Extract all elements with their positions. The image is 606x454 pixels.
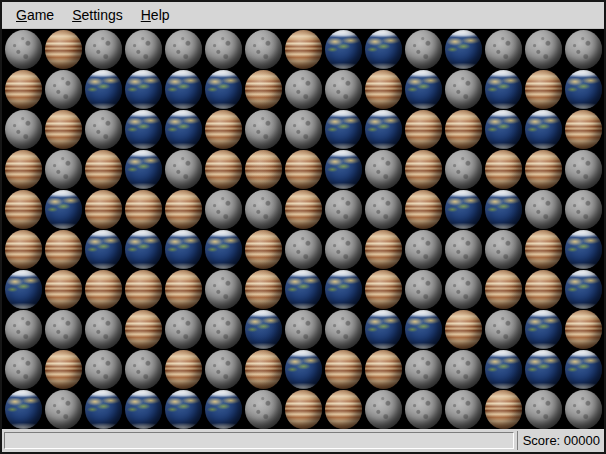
ball-jupiter[interactable] — [285, 190, 322, 229]
ball-moon[interactable] — [365, 150, 402, 189]
ball-jupiter[interactable] — [525, 150, 562, 189]
ball-moon[interactable] — [85, 310, 122, 349]
ball-earth[interactable] — [525, 350, 562, 389]
ball-moon[interactable] — [45, 310, 82, 349]
ball-jupiter[interactable] — [525, 70, 562, 109]
menu-item-settings[interactable]: Settings — [63, 4, 132, 26]
ball-earth[interactable] — [125, 230, 162, 269]
ball-jupiter[interactable] — [45, 110, 82, 149]
ball-jupiter[interactable] — [365, 270, 402, 309]
ball-jupiter[interactable] — [85, 150, 122, 189]
ball-jupiter[interactable] — [405, 190, 442, 229]
ball-moon[interactable] — [525, 390, 562, 429]
ball-jupiter[interactable] — [405, 150, 442, 189]
ball-moon[interactable] — [245, 390, 282, 429]
ball-earth[interactable] — [125, 150, 162, 189]
ball-earth[interactable] — [405, 70, 442, 109]
ball-moon[interactable] — [405, 30, 442, 69]
ball-moon[interactable] — [405, 230, 442, 269]
ball-jupiter[interactable] — [485, 150, 522, 189]
ball-jupiter[interactable] — [445, 310, 482, 349]
ball-earth[interactable] — [365, 30, 402, 69]
ball-moon[interactable] — [205, 270, 242, 309]
ball-moon[interactable] — [325, 230, 362, 269]
ball-jupiter[interactable] — [285, 30, 322, 69]
ball-jupiter[interactable] — [245, 270, 282, 309]
ball-moon[interactable] — [365, 190, 402, 229]
ball-earth[interactable] — [85, 390, 122, 429]
ball-jupiter[interactable] — [365, 70, 402, 109]
ball-earth[interactable] — [125, 390, 162, 429]
ball-jupiter[interactable] — [125, 270, 162, 309]
ball-moon[interactable] — [45, 70, 82, 109]
ball-jupiter[interactable] — [245, 150, 282, 189]
ball-jupiter[interactable] — [205, 110, 242, 149]
ball-moon[interactable] — [245, 190, 282, 229]
ball-jupiter[interactable] — [5, 70, 42, 109]
ball-jupiter[interactable] — [165, 270, 202, 309]
ball-moon[interactable] — [5, 310, 42, 349]
ball-moon[interactable] — [45, 390, 82, 429]
ball-moon[interactable] — [445, 70, 482, 109]
ball-earth[interactable] — [165, 230, 202, 269]
ball-jupiter[interactable] — [245, 70, 282, 109]
ball-jupiter[interactable] — [205, 150, 242, 189]
ball-earth[interactable] — [365, 110, 402, 149]
ball-earth[interactable] — [85, 70, 122, 109]
ball-moon[interactable] — [485, 30, 522, 69]
ball-moon[interactable] — [165, 150, 202, 189]
ball-moon[interactable] — [285, 230, 322, 269]
ball-earth[interactable] — [525, 310, 562, 349]
ball-moon[interactable] — [45, 150, 82, 189]
ball-moon[interactable] — [285, 110, 322, 149]
ball-jupiter[interactable] — [485, 390, 522, 429]
ball-earth[interactable] — [325, 150, 362, 189]
ball-earth[interactable] — [85, 230, 122, 269]
ball-earth[interactable] — [485, 110, 522, 149]
ball-moon[interactable] — [405, 350, 442, 389]
ball-moon[interactable] — [325, 70, 362, 109]
ball-jupiter[interactable] — [325, 350, 362, 389]
ball-jupiter[interactable] — [85, 270, 122, 309]
ball-moon[interactable] — [245, 30, 282, 69]
ball-moon[interactable] — [285, 70, 322, 109]
ball-jupiter[interactable] — [405, 110, 442, 149]
ball-moon[interactable] — [325, 190, 362, 229]
ball-jupiter[interactable] — [125, 190, 162, 229]
ball-moon[interactable] — [565, 30, 602, 69]
ball-earth[interactable] — [445, 190, 482, 229]
ball-jupiter[interactable] — [165, 350, 202, 389]
ball-moon[interactable] — [485, 310, 522, 349]
ball-jupiter[interactable] — [445, 110, 482, 149]
menu-item-game[interactable]: Game — [7, 4, 63, 26]
ball-moon[interactable] — [205, 310, 242, 349]
ball-moon[interactable] — [565, 190, 602, 229]
ball-moon[interactable] — [325, 310, 362, 349]
ball-earth[interactable] — [565, 230, 602, 269]
ball-moon[interactable] — [445, 150, 482, 189]
ball-moon[interactable] — [125, 30, 162, 69]
ball-earth[interactable] — [565, 70, 602, 109]
ball-earth[interactable] — [525, 110, 562, 149]
ball-jupiter[interactable] — [165, 190, 202, 229]
ball-moon[interactable] — [85, 110, 122, 149]
ball-earth[interactable] — [485, 70, 522, 109]
ball-moon[interactable] — [365, 390, 402, 429]
ball-moon[interactable] — [565, 150, 602, 189]
ball-earth[interactable] — [245, 310, 282, 349]
ball-jupiter[interactable] — [45, 350, 82, 389]
ball-earth[interactable] — [125, 70, 162, 109]
ball-earth[interactable] — [325, 270, 362, 309]
ball-jupiter[interactable] — [285, 150, 322, 189]
ball-jupiter[interactable] — [565, 110, 602, 149]
ball-jupiter[interactable] — [525, 230, 562, 269]
ball-earth[interactable] — [5, 390, 42, 429]
ball-jupiter[interactable] — [245, 230, 282, 269]
ball-moon[interactable] — [205, 30, 242, 69]
ball-jupiter[interactable] — [245, 350, 282, 389]
ball-earth[interactable] — [165, 390, 202, 429]
ball-jupiter[interactable] — [5, 230, 42, 269]
ball-jupiter[interactable] — [325, 390, 362, 429]
menu-item-help[interactable]: Help — [132, 4, 179, 26]
ball-earth[interactable] — [205, 70, 242, 109]
